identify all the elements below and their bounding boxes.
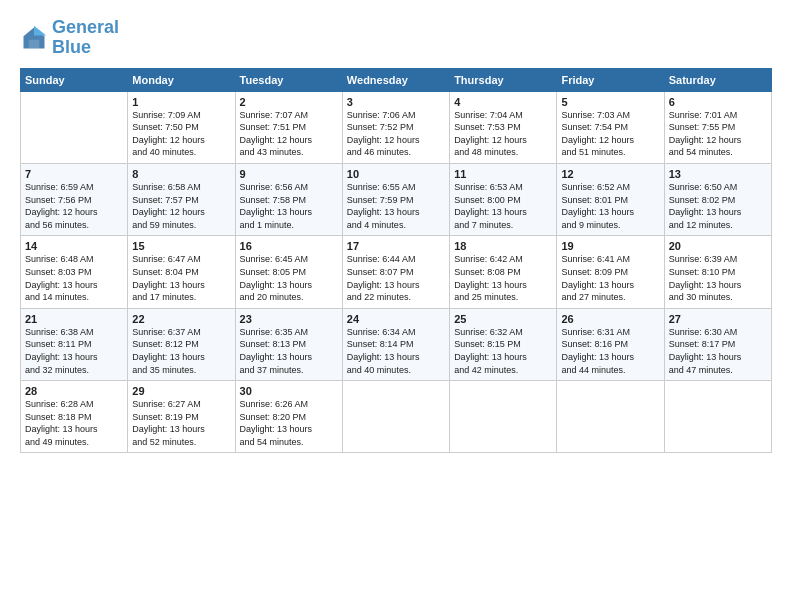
day-cell: 29Sunrise: 6:27 AMSunset: 8:19 PMDayligh… bbox=[128, 381, 235, 453]
page: General Blue SundayMondayTuesdayWednesda… bbox=[0, 0, 792, 612]
day-cell: 25Sunrise: 6:32 AMSunset: 8:15 PMDayligh… bbox=[450, 308, 557, 380]
day-number: 30 bbox=[240, 385, 338, 397]
day-info: Sunrise: 6:56 AMSunset: 7:58 PMDaylight:… bbox=[240, 181, 338, 231]
day-cell: 1Sunrise: 7:09 AMSunset: 7:50 PMDaylight… bbox=[128, 91, 235, 163]
day-cell: 21Sunrise: 6:38 AMSunset: 8:11 PMDayligh… bbox=[21, 308, 128, 380]
day-number: 28 bbox=[25, 385, 123, 397]
col-header-friday: Friday bbox=[557, 68, 664, 91]
week-row-2: 7Sunrise: 6:59 AMSunset: 7:56 PMDaylight… bbox=[21, 163, 772, 235]
day-info: Sunrise: 6:39 AMSunset: 8:10 PMDaylight:… bbox=[669, 253, 767, 303]
day-number: 17 bbox=[347, 240, 445, 252]
day-info: Sunrise: 7:01 AMSunset: 7:55 PMDaylight:… bbox=[669, 109, 767, 159]
day-info: Sunrise: 6:30 AMSunset: 8:17 PMDaylight:… bbox=[669, 326, 767, 376]
day-number: 24 bbox=[347, 313, 445, 325]
header: General Blue bbox=[20, 18, 772, 58]
day-info: Sunrise: 6:31 AMSunset: 8:16 PMDaylight:… bbox=[561, 326, 659, 376]
day-cell bbox=[450, 381, 557, 453]
calendar-table: SundayMondayTuesdayWednesdayThursdayFrid… bbox=[20, 68, 772, 454]
col-header-wednesday: Wednesday bbox=[342, 68, 449, 91]
svg-rect-2 bbox=[29, 40, 40, 49]
day-info: Sunrise: 6:35 AMSunset: 8:13 PMDaylight:… bbox=[240, 326, 338, 376]
day-cell: 17Sunrise: 6:44 AMSunset: 8:07 PMDayligh… bbox=[342, 236, 449, 308]
week-row-5: 28Sunrise: 6:28 AMSunset: 8:18 PMDayligh… bbox=[21, 381, 772, 453]
day-number: 19 bbox=[561, 240, 659, 252]
day-cell bbox=[557, 381, 664, 453]
day-number: 14 bbox=[25, 240, 123, 252]
day-info: Sunrise: 6:41 AMSunset: 8:09 PMDaylight:… bbox=[561, 253, 659, 303]
day-info: Sunrise: 6:45 AMSunset: 8:05 PMDaylight:… bbox=[240, 253, 338, 303]
day-cell: 4Sunrise: 7:04 AMSunset: 7:53 PMDaylight… bbox=[450, 91, 557, 163]
day-number: 1 bbox=[132, 96, 230, 108]
header-row: SundayMondayTuesdayWednesdayThursdayFrid… bbox=[21, 68, 772, 91]
day-number: 15 bbox=[132, 240, 230, 252]
day-number: 21 bbox=[25, 313, 123, 325]
day-number: 18 bbox=[454, 240, 552, 252]
day-cell: 30Sunrise: 6:26 AMSunset: 8:20 PMDayligh… bbox=[235, 381, 342, 453]
day-number: 29 bbox=[132, 385, 230, 397]
day-number: 26 bbox=[561, 313, 659, 325]
day-info: Sunrise: 6:42 AMSunset: 8:08 PMDaylight:… bbox=[454, 253, 552, 303]
day-number: 9 bbox=[240, 168, 338, 180]
day-info: Sunrise: 6:44 AMSunset: 8:07 PMDaylight:… bbox=[347, 253, 445, 303]
day-cell: 28Sunrise: 6:28 AMSunset: 8:18 PMDayligh… bbox=[21, 381, 128, 453]
day-info: Sunrise: 6:38 AMSunset: 8:11 PMDaylight:… bbox=[25, 326, 123, 376]
day-cell: 5Sunrise: 7:03 AMSunset: 7:54 PMDaylight… bbox=[557, 91, 664, 163]
day-number: 2 bbox=[240, 96, 338, 108]
day-info: Sunrise: 6:48 AMSunset: 8:03 PMDaylight:… bbox=[25, 253, 123, 303]
day-cell: 9Sunrise: 6:56 AMSunset: 7:58 PMDaylight… bbox=[235, 163, 342, 235]
day-number: 6 bbox=[669, 96, 767, 108]
day-number: 4 bbox=[454, 96, 552, 108]
day-cell: 19Sunrise: 6:41 AMSunset: 8:09 PMDayligh… bbox=[557, 236, 664, 308]
day-number: 10 bbox=[347, 168, 445, 180]
day-cell: 16Sunrise: 6:45 AMSunset: 8:05 PMDayligh… bbox=[235, 236, 342, 308]
col-header-thursday: Thursday bbox=[450, 68, 557, 91]
day-number: 11 bbox=[454, 168, 552, 180]
day-cell: 26Sunrise: 6:31 AMSunset: 8:16 PMDayligh… bbox=[557, 308, 664, 380]
day-number: 3 bbox=[347, 96, 445, 108]
day-info: Sunrise: 7:03 AMSunset: 7:54 PMDaylight:… bbox=[561, 109, 659, 159]
day-info: Sunrise: 6:58 AMSunset: 7:57 PMDaylight:… bbox=[132, 181, 230, 231]
day-cell bbox=[342, 381, 449, 453]
day-cell bbox=[21, 91, 128, 163]
day-info: Sunrise: 6:37 AMSunset: 8:12 PMDaylight:… bbox=[132, 326, 230, 376]
day-info: Sunrise: 6:50 AMSunset: 8:02 PMDaylight:… bbox=[669, 181, 767, 231]
logo-text: General bbox=[52, 18, 119, 38]
day-number: 27 bbox=[669, 313, 767, 325]
week-row-4: 21Sunrise: 6:38 AMSunset: 8:11 PMDayligh… bbox=[21, 308, 772, 380]
day-cell: 3Sunrise: 7:06 AMSunset: 7:52 PMDaylight… bbox=[342, 91, 449, 163]
day-info: Sunrise: 6:59 AMSunset: 7:56 PMDaylight:… bbox=[25, 181, 123, 231]
day-info: Sunrise: 7:04 AMSunset: 7:53 PMDaylight:… bbox=[454, 109, 552, 159]
day-info: Sunrise: 6:26 AMSunset: 8:20 PMDaylight:… bbox=[240, 398, 338, 448]
day-info: Sunrise: 6:47 AMSunset: 8:04 PMDaylight:… bbox=[132, 253, 230, 303]
day-info: Sunrise: 7:06 AMSunset: 7:52 PMDaylight:… bbox=[347, 109, 445, 159]
day-info: Sunrise: 6:55 AMSunset: 7:59 PMDaylight:… bbox=[347, 181, 445, 231]
day-cell: 11Sunrise: 6:53 AMSunset: 8:00 PMDayligh… bbox=[450, 163, 557, 235]
col-header-tuesday: Tuesday bbox=[235, 68, 342, 91]
day-cell: 2Sunrise: 7:07 AMSunset: 7:51 PMDaylight… bbox=[235, 91, 342, 163]
day-cell: 12Sunrise: 6:52 AMSunset: 8:01 PMDayligh… bbox=[557, 163, 664, 235]
day-cell: 13Sunrise: 6:50 AMSunset: 8:02 PMDayligh… bbox=[664, 163, 771, 235]
day-cell: 22Sunrise: 6:37 AMSunset: 8:12 PMDayligh… bbox=[128, 308, 235, 380]
day-info: Sunrise: 6:53 AMSunset: 8:00 PMDaylight:… bbox=[454, 181, 552, 231]
day-number: 16 bbox=[240, 240, 338, 252]
day-cell: 27Sunrise: 6:30 AMSunset: 8:17 PMDayligh… bbox=[664, 308, 771, 380]
week-row-3: 14Sunrise: 6:48 AMSunset: 8:03 PMDayligh… bbox=[21, 236, 772, 308]
day-number: 8 bbox=[132, 168, 230, 180]
day-cell: 7Sunrise: 6:59 AMSunset: 7:56 PMDaylight… bbox=[21, 163, 128, 235]
day-number: 7 bbox=[25, 168, 123, 180]
day-info: Sunrise: 6:52 AMSunset: 8:01 PMDaylight:… bbox=[561, 181, 659, 231]
day-cell: 18Sunrise: 6:42 AMSunset: 8:08 PMDayligh… bbox=[450, 236, 557, 308]
logo-text2: Blue bbox=[52, 38, 119, 58]
col-header-sunday: Sunday bbox=[21, 68, 128, 91]
day-cell: 15Sunrise: 6:47 AMSunset: 8:04 PMDayligh… bbox=[128, 236, 235, 308]
day-cell: 23Sunrise: 6:35 AMSunset: 8:13 PMDayligh… bbox=[235, 308, 342, 380]
svg-marker-1 bbox=[34, 26, 46, 36]
day-cell: 10Sunrise: 6:55 AMSunset: 7:59 PMDayligh… bbox=[342, 163, 449, 235]
day-cell bbox=[664, 381, 771, 453]
day-number: 22 bbox=[132, 313, 230, 325]
day-number: 23 bbox=[240, 313, 338, 325]
day-cell: 14Sunrise: 6:48 AMSunset: 8:03 PMDayligh… bbox=[21, 236, 128, 308]
day-info: Sunrise: 6:34 AMSunset: 8:14 PMDaylight:… bbox=[347, 326, 445, 376]
day-info: Sunrise: 6:28 AMSunset: 8:18 PMDaylight:… bbox=[25, 398, 123, 448]
col-header-monday: Monday bbox=[128, 68, 235, 91]
